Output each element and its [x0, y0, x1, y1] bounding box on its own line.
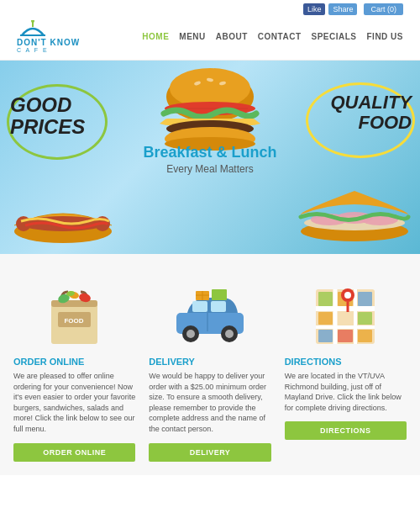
good-text: GOOD	[10, 94, 85, 116]
hotdog-image	[8, 193, 118, 244]
nav-menu[interactable]: MENU	[179, 32, 205, 41]
order-button[interactable]: ORDER ONLINE	[13, 443, 135, 462]
order-title: ORDER ONLINE	[13, 357, 84, 367]
navigation: HOME MENU ABOUT CONTACT SPECIALS FIND US	[142, 32, 403, 41]
delivery-text: We would be happy to deliver your order …	[149, 371, 270, 435]
food-bag-icon: FOOD	[43, 277, 106, 348]
cart-button[interactable]: Cart (0)	[364, 3, 403, 15]
hero-right-text: QUALITY FOOD	[330, 93, 412, 133]
info-grid: FOOD ORDER ONLINE We are pleased to offe…	[13, 274, 407, 462]
svg-rect-55	[318, 330, 333, 342]
delivery-button[interactable]: DELIVERY	[149, 443, 270, 462]
svg-rect-42	[212, 289, 227, 300]
svg-rect-26	[51, 300, 97, 307]
svg-rect-56	[338, 330, 353, 342]
nav-contact[interactable]: CONTACT	[258, 32, 302, 41]
sub-sandwich-image	[296, 188, 413, 242]
hero-tagline: Every Meal Matters	[143, 163, 276, 175]
hero-center-text: Breakfast & Lunch Every Meal Matters	[143, 139, 276, 175]
nav-about[interactable]: ABOUT	[216, 32, 248, 41]
svg-point-37	[186, 330, 195, 338]
svg-point-2	[31, 20, 34, 23]
logo-text-dont: DON'T KNOW	[17, 39, 80, 47]
top-bar: Like Share Cart (0)	[8, 0, 412, 15]
order-icon-wrap: FOOD	[43, 274, 106, 350]
share-button[interactable]: Share	[328, 3, 357, 15]
order-text: We are pleased to offer online ordering …	[13, 371, 135, 435]
directions-title: DIRECTIONS	[285, 357, 342, 367]
delivery-icon-wrap	[172, 274, 248, 350]
svg-rect-54	[358, 312, 372, 325]
svg-point-39	[225, 330, 234, 338]
svg-text:FOOD: FOOD	[65, 317, 84, 325]
directions-button[interactable]: DIRECTIONS	[285, 421, 407, 440]
logo-icon	[17, 20, 49, 39]
nav-home[interactable]: HOME	[142, 32, 169, 41]
directions-icon-wrap	[312, 274, 379, 350]
facebook-like-button[interactable]: Like	[303, 3, 326, 15]
food-text: FOOD	[330, 113, 412, 133]
hero-subtitle: Breakfast & Lunch	[143, 144, 276, 161]
svg-marker-11	[160, 119, 166, 125]
hero-banner: GOOD PRICES QUALITY FOOD	[0, 61, 420, 254]
svg-rect-34	[192, 301, 207, 312]
prices-text: PRICES	[10, 116, 85, 138]
svg-marker-12	[254, 119, 260, 125]
info-section: FOOD ORDER ONLINE We are pleased to offe…	[0, 254, 420, 475]
order-online-column: FOOD ORDER ONLINE We are pleased to offe…	[13, 274, 135, 462]
svg-rect-52	[358, 292, 372, 306]
hero-left-text: GOOD PRICES	[10, 94, 85, 139]
directions-column: DIRECTIONS We are located in the VT/UVA …	[285, 274, 407, 462]
header: Like Share Cart (0) DON'T KNOW C A F E H…	[0, 0, 420, 61]
delivery-car-icon	[172, 281, 248, 344]
quality-text: QUALITY	[330, 93, 412, 113]
svg-rect-50	[318, 292, 333, 306]
nav-specials[interactable]: SPECIALS	[311, 32, 356, 41]
nav-findus[interactable]: FIND US	[367, 32, 404, 41]
directions-text: We are located in the VT/UVA Richmond bu…	[285, 371, 407, 413]
logo-nav: DON'T KNOW C A F E HOME MENU ABOUT CONTA…	[8, 15, 412, 60]
delivery-title: DELIVERY	[149, 357, 195, 367]
svg-rect-57	[358, 330, 372, 342]
map-icon	[312, 277, 379, 348]
logo-text-cafe: C A F E	[17, 47, 49, 53]
svg-point-59	[344, 292, 351, 299]
delivery-column: DELIVERY We would be happy to deliver yo…	[149, 274, 270, 462]
logo[interactable]: DON'T KNOW C A F E	[17, 20, 80, 53]
svg-rect-53	[318, 312, 333, 325]
svg-rect-35	[211, 301, 226, 312]
